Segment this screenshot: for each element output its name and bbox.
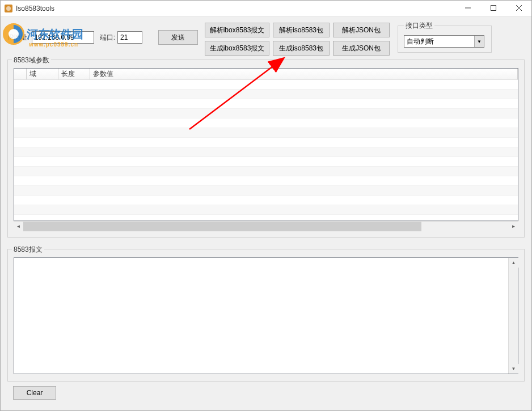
scroll-thumb[interactable] <box>23 222 421 231</box>
interface-type-group: 接口类型 自动判断 ▼ <box>398 21 492 53</box>
col-header-blank[interactable] <box>14 69 27 79</box>
field-params-group: 8583域参数 域 长度 参数值 <box>7 60 525 238</box>
table-row[interactable] <box>14 90 518 99</box>
toolbar-row: IP地址: 端口: 发送 解析ibox8583报文 解析iso8583包 解析J… <box>7 21 525 56</box>
parse-iso8583-button[interactable]: 解析iso8583包 <box>273 23 330 37</box>
generate-json-button[interactable]: 生成JSON包 <box>333 41 390 56</box>
close-button[interactable] <box>506 1 531 15</box>
interface-type-legend: 接口类型 <box>404 21 434 31</box>
port-input[interactable] <box>117 31 142 44</box>
table-row[interactable] <box>14 99 518 109</box>
horizontal-scrollbar[interactable]: ◄ ► <box>14 221 518 231</box>
field-params-legend: 8583域参数 <box>12 56 51 65</box>
scroll-up-icon[interactable]: ▲ <box>509 258 518 268</box>
table-row[interactable] <box>14 196 518 205</box>
chevron-down-icon: ▼ <box>474 36 484 47</box>
table-row[interactable] <box>14 138 518 147</box>
vertical-scrollbar[interactable]: ▲ ▼ <box>508 258 518 374</box>
svg-rect-3 <box>491 6 496 11</box>
table-row[interactable] <box>14 147 518 157</box>
interface-type-combo[interactable]: 自动判断 ▼ <box>404 35 484 48</box>
scroll-down-icon[interactable]: ▼ <box>509 364 518 374</box>
window-controls <box>455 1 531 16</box>
message-textarea[interactable]: ▲ ▼ <box>14 257 518 374</box>
app-icon <box>4 4 13 13</box>
scroll-right-icon[interactable]: ► <box>509 222 518 231</box>
table-row[interactable] <box>14 205 518 215</box>
port-label: 端口: <box>100 33 115 43</box>
col-header-value[interactable]: 参数值 <box>90 69 518 79</box>
connection-section: IP地址: 端口: <box>7 31 142 44</box>
table-body <box>14 80 518 221</box>
generate-iso8583-button[interactable]: 生成iso8583包 <box>273 41 330 56</box>
table-row[interactable] <box>14 109 518 118</box>
table-row[interactable] <box>14 157 518 167</box>
parse-ibox8583-button[interactable]: 解析ibox8583报文 <box>205 23 269 37</box>
col-header-length[interactable]: 长度 <box>58 69 90 79</box>
send-button[interactable]: 发送 <box>158 30 198 45</box>
table-header-row: 域 长度 参数值 <box>14 69 518 80</box>
ip-input[interactable] <box>32 31 94 44</box>
maximize-button[interactable] <box>480 1 506 15</box>
table-row[interactable] <box>14 118 518 128</box>
interface-type-value: 自动判断 <box>404 36 474 47</box>
parse-json-button[interactable]: 解析JSON包 <box>333 23 390 37</box>
table-row[interactable] <box>14 186 518 196</box>
clear-button[interactable]: Clear <box>13 386 56 400</box>
table-row[interactable] <box>14 167 518 176</box>
window-title: Iso8583tools <box>16 5 54 12</box>
app-window: Iso8583tools 河东软件园 www.pc0359.cn <box>0 0 532 411</box>
table-row[interactable] <box>14 80 518 90</box>
generate-ibox8583-button[interactable]: 生成ibox8583报文 <box>205 41 269 56</box>
table-row[interactable] <box>14 128 518 138</box>
scroll-track[interactable] <box>23 222 509 231</box>
titlebar: Iso8583tools <box>1 1 531 16</box>
message-content[interactable] <box>14 258 508 374</box>
client-area: 河东软件园 www.pc0359.cn IP地址: 端口: 发送 解析ibox8… <box>1 16 531 410</box>
field-params-table[interactable]: 域 长度 参数值 <box>14 68 518 221</box>
action-button-grid: 解析ibox8583报文 解析iso8583包 解析JSON包 生成ibox85… <box>205 23 390 56</box>
svg-point-1 <box>6 6 11 11</box>
minimize-button[interactable] <box>455 1 480 15</box>
table-row[interactable] <box>14 176 518 186</box>
ip-label: IP地址: <box>7 33 29 43</box>
scroll-track[interactable] <box>509 268 518 364</box>
message-legend: 8583报文 <box>12 245 44 255</box>
col-header-field[interactable]: 域 <box>27 69 58 79</box>
scroll-left-icon[interactable]: ◄ <box>14 222 23 231</box>
message-group: 8583报文 ▲ ▼ <box>7 249 525 382</box>
